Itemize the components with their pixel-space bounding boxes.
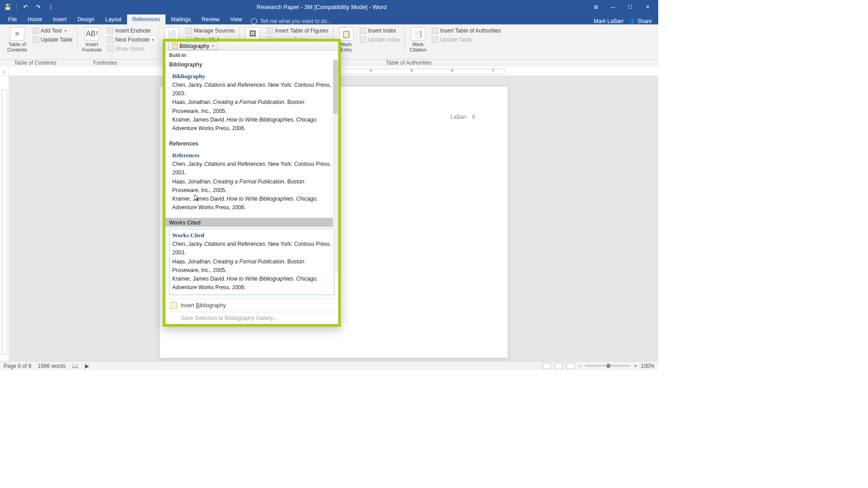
preview-heading: Works Cited: [172, 232, 331, 239]
mark-citation-button[interactable]: 📑 Mark Citation: [408, 26, 428, 53]
save-button[interactable]: 💾: [3, 2, 13, 12]
web-layout-button[interactable]: [566, 363, 575, 369]
show-notes-button[interactable]: Show Notes: [105, 44, 156, 53]
zoom-in-button[interactable]: +: [634, 363, 637, 369]
insert-index-button[interactable]: Insert Index: [358, 26, 402, 35]
tab-references[interactable]: References: [127, 14, 165, 24]
zoom-level[interactable]: 100%: [641, 363, 655, 369]
next-footnote-icon: [107, 37, 113, 43]
dropdown-scrollbar[interactable]: [333, 60, 338, 273]
maximize-button[interactable]: ☐: [622, 1, 638, 12]
insert-footnote-button[interactable]: AB¹ Insert Footnote: [80, 26, 104, 53]
tell-me-search[interactable]: Tell me what you want to do...: [251, 18, 331, 24]
update-icon: [33, 37, 39, 43]
separator: [16, 3, 17, 10]
add-text-button[interactable]: Add Text▾: [31, 26, 75, 35]
qat-customize[interactable]: ⁞: [46, 2, 56, 12]
insert-bibliography-icon: [170, 302, 177, 309]
preview-entry: Chen, Jacky. Citations and References. N…: [172, 81, 331, 98]
insert-toa-button[interactable]: Insert Table of Authorities: [430, 26, 503, 35]
share-button[interactable]: 👤 Share: [629, 18, 652, 24]
bibliography-gallery-dropdown: Bibliography ▾ Built-In Bibliography Bib…: [163, 39, 341, 327]
preview-heading: References: [172, 152, 331, 159]
tab-mailings[interactable]: Mailings: [165, 14, 196, 24]
read-mode-button[interactable]: [543, 363, 551, 369]
gallery-item-bibliography-title: Bibliography: [165, 60, 338, 69]
preview-entry: Kramer, James David. How to Write Biblio…: [172, 116, 331, 133]
group-index: 📋 Mark Entry Insert Index Update Index: [334, 26, 405, 59]
group-label-toc: Table of Contents: [0, 60, 71, 67]
status-bar: Page 8 of 8 1986 words 📖 ▶ − + 100%: [0, 361, 658, 370]
builtin-section-label: Built-In: [165, 51, 338, 60]
manage-sources-icon: [186, 28, 192, 34]
ribbon-tabs: File Home Insert Design Layout Reference…: [0, 14, 658, 24]
insert-endnote-button[interactable]: Insert Endnote: [105, 26, 156, 35]
add-text-icon: [33, 28, 39, 34]
ribbon-options-button[interactable]: ⊞: [588, 1, 604, 12]
preview-entry: Haas, Jonathan. Creating a Formal Public…: [172, 98, 331, 115]
macro-icon[interactable]: ▶: [85, 363, 89, 369]
undo-button[interactable]: ↶: [20, 2, 30, 12]
gallery-item-works-cited[interactable]: Works Cited Chen, Jacky. Citations and R…: [169, 229, 335, 295]
zoom-out-button[interactable]: −: [578, 363, 581, 369]
preview-heading: Bibliography: [172, 73, 331, 80]
preview-entry: Kramer, James David. How to Write Biblio…: [172, 275, 331, 292]
close-button[interactable]: ✕: [639, 1, 656, 12]
table-of-contents-button[interactable]: ≡ Table of Contents: [5, 26, 29, 53]
update-index-button[interactable]: Update Index: [358, 35, 402, 44]
tab-home[interactable]: Home: [22, 14, 47, 24]
minimize-button[interactable]: —: [605, 1, 621, 12]
gallery-item-works-cited-title: Works Cited: [165, 218, 338, 227]
preview-entry: Chen, Jacky. Citations and References. N…: [172, 160, 331, 177]
save-selection-menuitem: Save Selection to Bibliography Gallery..…: [165, 312, 338, 324]
update-table-button[interactable]: Update Table: [31, 35, 75, 44]
toa-icon: [432, 28, 438, 34]
word-count[interactable]: 1986 words: [38, 363, 66, 369]
tell-me-placeholder: Tell me what you want to do...: [260, 18, 331, 24]
redo-button[interactable]: ↷: [33, 2, 43, 12]
bibliography-split-button[interactable]: Bibliography ▾: [168, 42, 218, 50]
preview-entry: Kramer, James David. How to Write Biblio…: [172, 195, 331, 212]
group-footnotes: AB¹ Insert Footnote Insert Endnote Next …: [78, 26, 159, 59]
group-toa: 📑 Mark Citation Insert Table of Authorit…: [405, 26, 505, 59]
gallery-item-references[interactable]: References Chen, Jacky. Citations and Re…: [169, 149, 335, 215]
tab-layout[interactable]: Layout: [100, 14, 127, 24]
tab-design[interactable]: Design: [72, 14, 99, 24]
bibliography-icon: [172, 43, 178, 49]
group-label-toa: Table of Authorities: [363, 60, 454, 67]
insert-index-icon: [360, 28, 366, 34]
toc-icon: ≡: [10, 27, 24, 41]
manage-sources-button[interactable]: Manage Sources: [184, 26, 237, 35]
insert-bibliography-menuitem[interactable]: Insert Bibliography: [165, 299, 338, 312]
window-title: Research Paper - 3M [Compatibility Mode]…: [56, 4, 588, 10]
ruler-corner[interactable]: L: [0, 67, 9, 75]
next-footnote-button[interactable]: Next Footnote▾: [105, 35, 156, 44]
page-indicator[interactable]: Page 8 of 8: [4, 363, 31, 369]
zoom-slider[interactable]: [585, 365, 630, 366]
zoom-slider-thumb[interactable]: [607, 364, 610, 368]
spellcheck-icon[interactable]: 📖: [72, 363, 79, 369]
tab-insert[interactable]: Insert: [47, 14, 72, 24]
preview-entry: Chen, Jacky. Citations and References. N…: [172, 240, 331, 257]
tab-review[interactable]: Review: [196, 14, 225, 24]
update-toa-button[interactable]: Update Table: [430, 35, 503, 44]
tab-file[interactable]: File: [3, 14, 22, 24]
preview-entry: Haas, Jonathan. Creating a Formal Public…: [172, 178, 331, 195]
group-toc: ≡ Table of Contents Add Text▾ Update Tab…: [3, 26, 77, 59]
vertical-ruler[interactable]: [0, 76, 9, 368]
print-layout-button[interactable]: [555, 363, 563, 369]
dropdown-toolbar: Bibliography ▾: [165, 42, 338, 51]
user-name[interactable]: Mark LaBarr: [594, 18, 624, 24]
mark-entry-icon: 📋: [339, 27, 354, 41]
endnote-icon: [107, 28, 113, 34]
scroll-thumb[interactable]: [333, 60, 338, 114]
group-label-footnotes: Footnotes: [71, 60, 140, 67]
insert-table-of-figures-button[interactable]: Insert Table of Figures: [265, 26, 330, 35]
window-controls: ⊞ — ☐ ✕: [588, 1, 656, 12]
show-notes-icon: [107, 46, 113, 52]
gallery-item-bibliography[interactable]: Bibliography Chen, Jacky. Citations and …: [169, 70, 335, 136]
gallery-item-references-title: References: [165, 139, 338, 148]
mark-citation-icon: 📑: [411, 27, 425, 41]
footnote-icon: AB¹: [85, 27, 99, 41]
tab-view[interactable]: View: [225, 14, 248, 24]
